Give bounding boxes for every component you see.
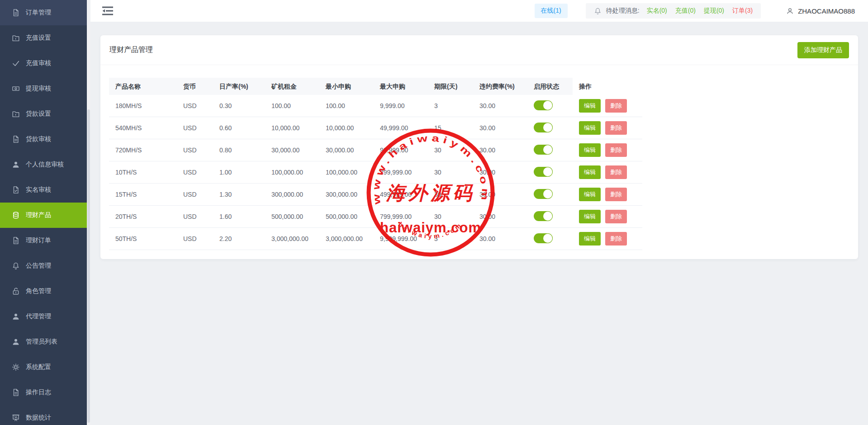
min-subscription: 100.00 [319,102,374,109]
collapse-menu-icon[interactable] [102,6,114,16]
message-link-realname[interactable]: 实名(0) [647,7,667,14]
sidebar-item-loan-settings[interactable]: 贷款设置 [0,101,87,127]
currency: USD [177,213,213,220]
rent: 10,000.00 [265,124,319,132]
edit-button[interactable]: 编辑 [579,99,601,113]
user-icon [12,161,20,169]
delete-button[interactable]: 删除 [605,210,627,223]
sidebar-item-label: 提现审核 [26,85,51,93]
operations-cell: 编辑删除 [573,188,642,201]
sidebar-item-withdraw-review[interactable]: 提现审核 [0,76,87,101]
sidebar-item-realname-review[interactable]: 实名审核 [0,177,87,203]
delete-button[interactable]: 删除 [605,121,627,135]
max-subscription: 799,999.00 [374,213,428,220]
min-subscription: 30,000.00 [319,146,374,154]
max-subscription: 499,999.00 [374,191,428,198]
sidebar-item-statistics[interactable]: 数据统计 [0,405,87,425]
sidebar-item-label: 系统配置 [26,363,51,371]
add-product-button[interactable]: 添加理财产品 [797,42,849,58]
currency: USD [177,235,213,242]
penalty-rate: 30.00 [473,191,527,198]
sidebar-item-operation-logs[interactable]: 操作日志 [0,380,87,405]
sidebar-item-admins[interactable]: 管理员列表 [0,329,87,354]
table-row: 20TH/SUSD1.60500,000.00500,000.00799,999… [109,206,642,228]
username: ZHAOCAIMAO888 [798,7,855,15]
message-link-withdraw[interactable]: 提现(0) [704,7,724,14]
sidebar-item-label: 个人信息审核 [26,161,64,169]
product-name: 20TH/S [109,213,177,220]
enable-status-cell [527,189,573,200]
edit-button[interactable]: 编辑 [579,143,601,157]
sidebar-item-label: 操作日志 [26,388,51,397]
sidebar-item-loan-review[interactable]: 贷款审核 [0,127,87,152]
max-subscription: 299,999.00 [374,169,428,176]
product-name: 15TH/S [109,191,177,198]
delete-button[interactable]: 删除 [605,143,627,157]
rent: 3,000,000.00 [265,235,319,242]
daily-rate: 0.80 [213,146,265,154]
edit-button[interactable]: 编辑 [579,165,601,179]
sidebar-item-label: 贷款设置 [26,110,51,118]
penalty-rate: 30.00 [473,235,527,242]
product-name: 180MH/S [109,102,177,109]
enable-toggle[interactable] [534,167,553,177]
sidebar-item-label: 角色管理 [26,287,51,295]
column-header: 违约费率(%) [473,78,527,95]
column-header: 货币 [177,78,213,95]
column-header: 最小申购 [319,78,374,95]
delete-button[interactable]: 删除 [605,99,627,113]
sidebar-item-recharge-review[interactable]: 充值审核 [0,51,87,76]
sidebar-item-profile-review[interactable]: 个人信息审核 [0,152,87,177]
edit-button[interactable]: 编辑 [579,121,601,135]
operations-cell: 编辑删除 [573,165,642,179]
column-header: 日产率(%) [213,78,265,95]
max-subscription: 9,999.00 [374,102,428,109]
enable-toggle[interactable] [534,233,553,243]
enable-toggle[interactable] [534,189,553,199]
sidebar-item-label: 代理管理 [26,312,51,321]
enable-toggle[interactable] [534,211,553,221]
rent: 100,000.00 [265,169,319,176]
max-subscription: 49,999.00 [374,124,428,132]
column-header: 矿机租金 [265,78,319,95]
sidebar-item-recharge-settings[interactable]: 充值设置 [0,25,87,51]
products-table: 产品名称货币日产率(%)矿机租金最小申购最大申购期限(天)违约费率(%)启用状态… [109,78,642,250]
table-row: 540MH/SUSD0.6010,000.0010,000.0049,999.0… [109,117,642,139]
sidebar-item-order-management[interactable]: 订单管理 [0,0,87,25]
product-name: 540MH/S [109,124,177,132]
doc-icon [12,388,20,397]
pending-message-links: 实名(0)充值(0)提现(0)订单(3) [647,7,753,15]
sidebar-item-label: 充值审核 [26,59,51,67]
sidebar-scrollbar-thumb[interactable] [87,109,90,423]
delete-button[interactable]: 删除 [605,165,627,179]
message-link-order[interactable]: 订单(3) [732,7,753,14]
delete-button[interactable]: 删除 [605,188,627,201]
doc-icon [12,9,20,17]
edit-button[interactable]: 编辑 [579,188,601,201]
admin-dashboard: { "colors": { "accent_green": "#7cb716",… [0,0,868,425]
enable-toggle[interactable] [534,100,553,110]
sidebar-item-announcements[interactable]: 公告管理 [0,253,87,279]
enable-status-cell [527,123,573,134]
sidebar-item-roles[interactable]: 角色管理 [0,279,87,304]
current-user[interactable]: ZHAOCAIMAO888 [786,7,855,15]
enable-toggle[interactable] [534,123,553,132]
term-days: 3 [428,235,473,242]
sidebar-item-agents[interactable]: 代理管理 [0,304,87,329]
delete-button[interactable]: 删除 [605,232,627,246]
sidebar-item-wealth-orders[interactable]: 理财订单 [0,228,87,253]
table-header-row: 产品名称货币日产率(%)矿机租金最小申购最大申购期限(天)违约费率(%)启用状态… [109,78,642,95]
edit-button[interactable]: 编辑 [579,210,601,223]
enable-toggle[interactable] [534,145,553,155]
message-link-recharge[interactable]: 充值(0) [675,7,696,14]
online-count-badge[interactable]: 在线(1) [535,4,568,18]
currency: USD [177,102,213,109]
card-header: 理财产品管理 添加理财产品 [100,35,858,65]
product-name: 50TH/S [109,235,177,242]
edit-button[interactable]: 编辑 [579,232,601,246]
penalty-rate: 30.00 [473,169,527,176]
daily-rate: 1.60 [213,213,265,220]
sidebar-item-system-config[interactable]: 系统配置 [0,354,87,380]
toggle-knob [543,212,552,221]
sidebar-item-wealth-products[interactable]: 理财产品 [0,203,87,228]
